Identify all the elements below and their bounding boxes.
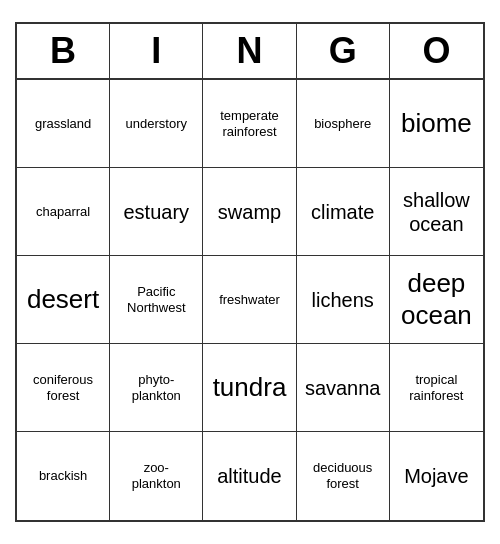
cell-label: phyto- plankton	[132, 372, 181, 403]
bingo-header: BINGO	[17, 24, 483, 80]
cell-label: tropical rainforest	[409, 372, 463, 403]
bingo-cell[interactable]: deep ocean	[390, 256, 483, 344]
bingo-cell[interactable]: understory	[110, 80, 203, 168]
cell-label: desert	[27, 284, 99, 315]
header-letter: B	[17, 24, 110, 78]
cell-label: temperate rainforest	[220, 108, 279, 139]
bingo-cell[interactable]: swamp	[203, 168, 296, 256]
cell-label: estuary	[123, 200, 189, 224]
bingo-cell[interactable]: coniferous forest	[17, 344, 110, 432]
cell-label: Pacific Northwest	[127, 284, 186, 315]
bingo-cell[interactable]: estuary	[110, 168, 203, 256]
bingo-cell[interactable]: climate	[297, 168, 390, 256]
cell-label: freshwater	[219, 292, 280, 308]
bingo-cell[interactable]: savanna	[297, 344, 390, 432]
bingo-cell[interactable]: biosphere	[297, 80, 390, 168]
bingo-cell[interactable]: zoo- plankton	[110, 432, 203, 520]
bingo-cell[interactable]: desert	[17, 256, 110, 344]
bingo-cell[interactable]: brackish	[17, 432, 110, 520]
header-letter: G	[297, 24, 390, 78]
cell-label: savanna	[305, 376, 381, 400]
cell-label: zoo- plankton	[132, 460, 181, 491]
cell-label: Mojave	[404, 464, 468, 488]
cell-label: biome	[401, 108, 472, 139]
cell-label: deciduous forest	[313, 460, 372, 491]
bingo-cell[interactable]: chaparral	[17, 168, 110, 256]
cell-label: lichens	[312, 288, 374, 312]
bingo-cell[interactable]: shallow ocean	[390, 168, 483, 256]
bingo-cell[interactable]: grassland	[17, 80, 110, 168]
bingo-cell[interactable]: deciduous forest	[297, 432, 390, 520]
bingo-cell[interactable]: tropical rainforest	[390, 344, 483, 432]
cell-label: tundra	[213, 372, 287, 403]
bingo-cell[interactable]: phyto- plankton	[110, 344, 203, 432]
bingo-cell[interactable]: lichens	[297, 256, 390, 344]
header-letter: O	[390, 24, 483, 78]
bingo-cell[interactable]: freshwater	[203, 256, 296, 344]
bingo-cell[interactable]: temperate rainforest	[203, 80, 296, 168]
bingo-grid: grasslandunderstorytemperate rainforestb…	[17, 80, 483, 520]
cell-label: altitude	[217, 464, 282, 488]
bingo-card: BINGO grasslandunderstorytemperate rainf…	[15, 22, 485, 522]
cell-label: biosphere	[314, 116, 371, 132]
bingo-cell[interactable]: tundra	[203, 344, 296, 432]
cell-label: grassland	[35, 116, 91, 132]
bingo-cell[interactable]: Mojave	[390, 432, 483, 520]
cell-label: climate	[311, 200, 374, 224]
cell-label: understory	[126, 116, 187, 132]
cell-label: deep ocean	[401, 268, 472, 330]
cell-label: brackish	[39, 468, 87, 484]
header-letter: I	[110, 24, 203, 78]
header-letter: N	[203, 24, 296, 78]
bingo-cell[interactable]: biome	[390, 80, 483, 168]
bingo-cell[interactable]: altitude	[203, 432, 296, 520]
cell-label: shallow ocean	[403, 188, 470, 236]
cell-label: chaparral	[36, 204, 90, 220]
bingo-cell[interactable]: Pacific Northwest	[110, 256, 203, 344]
cell-label: swamp	[218, 200, 281, 224]
cell-label: coniferous forest	[33, 372, 93, 403]
